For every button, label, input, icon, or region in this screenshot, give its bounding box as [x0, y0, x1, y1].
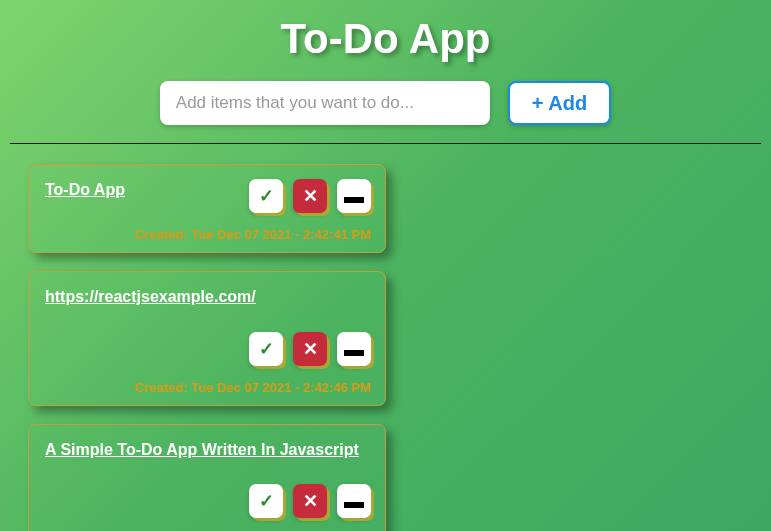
close-icon: ✕	[303, 490, 318, 512]
close-icon: ✕	[303, 185, 318, 207]
add-button[interactable]: + Add	[508, 81, 611, 125]
check-icon: ✓	[259, 338, 274, 360]
todo-timestamp: Created: Tue Dec 07 2021 - 2:42:46 PM	[45, 380, 371, 395]
minus-icon: ▬	[344, 339, 364, 359]
divider	[10, 143, 761, 144]
delete-button[interactable]: ✕	[293, 179, 327, 213]
minimize-button[interactable]: ▬	[337, 179, 371, 213]
minus-icon: ▬	[344, 491, 364, 511]
todo-card: A Simple To-Do App Written In Javascript…	[28, 424, 386, 531]
input-row: + Add	[10, 81, 761, 125]
complete-button[interactable]: ✓	[249, 332, 283, 366]
todo-title: https://reactjsexample.com/	[45, 286, 256, 308]
check-icon: ✓	[259, 490, 274, 512]
todo-actions: ✓ ✕ ▬	[249, 484, 371, 518]
todo-list: To-Do App ✓ ✕ ▬ Created: Tue Dec 07 2021…	[10, 164, 761, 531]
complete-button[interactable]: ✓	[249, 484, 283, 518]
complete-button[interactable]: ✓	[249, 179, 283, 213]
todo-timestamp: Created: Tue Dec 07 2021 - 2:42:41 PM	[45, 227, 371, 242]
delete-button[interactable]: ✕	[293, 484, 327, 518]
page-title: To-Do App	[10, 15, 761, 63]
todo-title: To-Do App	[45, 179, 239, 201]
minimize-button[interactable]: ▬	[337, 484, 371, 518]
minimize-button[interactable]: ▬	[337, 332, 371, 366]
todo-actions: ✓ ✕ ▬	[249, 179, 371, 213]
minus-icon: ▬	[344, 186, 364, 206]
close-icon: ✕	[303, 338, 318, 360]
todo-card: https://reactjsexample.com/ ✓ ✕ ▬ Create…	[28, 271, 386, 406]
todo-card: To-Do App ✓ ✕ ▬ Created: Tue Dec 07 2021…	[28, 164, 386, 253]
todo-input[interactable]	[160, 81, 490, 125]
delete-button[interactable]: ✕	[293, 332, 327, 366]
todo-actions: ✓ ✕ ▬	[249, 332, 371, 366]
check-icon: ✓	[259, 185, 274, 207]
todo-title: A Simple To-Do App Written In Javascript	[45, 439, 359, 461]
